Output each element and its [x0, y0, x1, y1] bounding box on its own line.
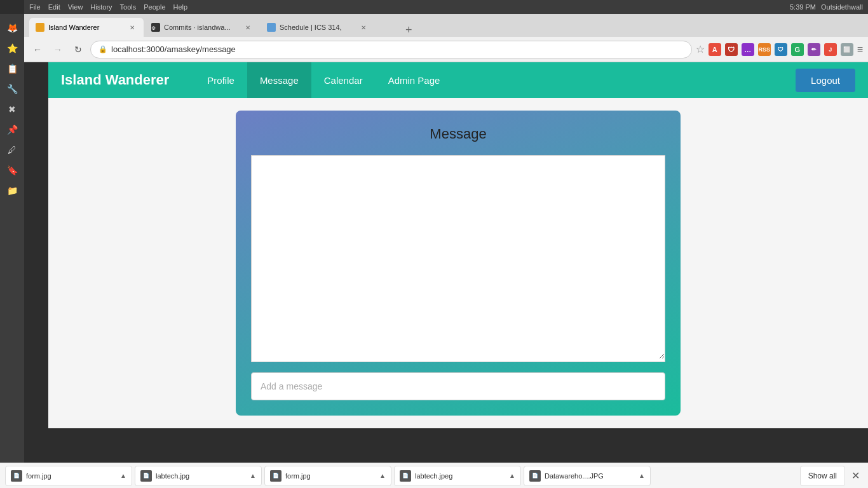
download-file-icon-2: 📄 — [140, 470, 152, 482]
ext-abp-icon[interactable]: A — [709, 43, 721, 56]
nav-link-admin[interactable]: Admin Page — [376, 62, 453, 98]
download-chevron-5[interactable]: ▲ — [639, 472, 645, 479]
tab-favicon-1 — [36, 23, 44, 32]
nav-link-calendar[interactable]: Calendar — [311, 62, 376, 98]
tab-favicon-2: ⚙ — [151, 23, 160, 32]
tab-empty — [376, 18, 402, 37]
menu-help[interactable]: Help — [173, 3, 188, 11]
tab-title-1: Island Wanderer — [48, 24, 123, 31]
tab-bar: Island Wanderer ✕ ⚙ Commits · islandwa..… — [24, 14, 868, 37]
download-file-icon-5: 📄 — [529, 470, 541, 482]
tab-island-wanderer[interactable]: Island Wanderer ✕ — [29, 18, 144, 37]
nav-forward-button[interactable]: → — [50, 41, 66, 58]
url-lock-icon: 🔒 — [98, 45, 107, 53]
download-name-4: labtech.jpeg — [415, 472, 505, 480]
bookmark-star-icon[interactable]: ☆ — [696, 43, 705, 55]
ff-icon-6[interactable]: 📌 — [3, 121, 21, 139]
message-textarea[interactable] — [252, 156, 665, 359]
ff-icon-9[interactable]: 📁 — [3, 182, 21, 200]
nav-link-message[interactable]: Message — [247, 62, 311, 98]
ext-shield-icon[interactable]: 🛡 — [775, 43, 787, 56]
new-tab-button[interactable]: + — [403, 24, 415, 37]
ff-icon-5[interactable]: ✖ — [3, 100, 21, 118]
tab-favicon-3 — [267, 23, 276, 32]
message-card-title: Message — [251, 126, 665, 142]
download-file-icon-3: 📄 — [270, 470, 281, 482]
download-name-3: form.jpg — [285, 472, 376, 480]
menu-edit[interactable]: Edit — [48, 3, 60, 11]
tab-close-3[interactable]: ✕ — [358, 22, 369, 32]
ext-dots-icon[interactable]: … — [742, 43, 754, 56]
os-time: 5:39 PM — [790, 3, 816, 11]
tab-close-1[interactable]: ✕ — [127, 22, 137, 32]
menu-history[interactable]: History — [90, 3, 112, 11]
tab-commits[interactable]: ⚙ Commits · islandwa... ✕ — [145, 18, 259, 37]
download-chevron-3[interactable]: ▲ — [379, 472, 386, 479]
show-all-button[interactable]: Show all — [800, 466, 845, 486]
nav-refresh-button[interactable]: ↻ — [70, 41, 86, 58]
download-item-5: 📄 Datawareho....JPG ▲ — [524, 466, 651, 486]
ff-icon-3[interactable]: 📋 — [3, 60, 21, 78]
download-file-icon-1: 📄 — [11, 470, 22, 482]
ext-green-icon[interactable]: G — [791, 43, 804, 56]
message-input[interactable] — [251, 372, 665, 400]
app-nav-links: Profile Message Calendar Admin Page — [194, 62, 796, 98]
nav-link-profile[interactable]: Profile — [194, 62, 247, 98]
logout-button[interactable]: Logout — [796, 69, 855, 92]
ff-icon-7[interactable]: 🖊 — [3, 141, 21, 159]
ext-rss-icon[interactable]: RSS — [758, 43, 771, 56]
download-chevron-2[interactable]: ▲ — [250, 472, 256, 479]
ext-puzzle-icon[interactable]: ⬜ — [841, 43, 853, 56]
ff-icon-1[interactable]: 🦊 — [3, 19, 21, 37]
browser-menu-button[interactable]: ≡ — [857, 44, 863, 55]
nav-back-button[interactable]: ← — [29, 41, 46, 58]
tab-close-2[interactable]: ✕ — [243, 22, 253, 32]
os-topbar-right: 5:39 PM Outsidethwall — [790, 3, 863, 11]
url-bar[interactable]: 🔒 localhost:3000/amaskey/message — [90, 41, 692, 58]
download-chevron-4[interactable]: ▲ — [509, 472, 515, 479]
download-name-2: labtech.jpg — [156, 472, 246, 480]
download-file-icon-4: 📄 — [400, 470, 411, 482]
browser-extensions: A 🛡 … RSS 🛡 G ✏ J ⬜ — [709, 43, 853, 56]
ff-icon-4[interactable]: 🔧 — [3, 80, 21, 98]
downloads-bar: 📄 form.jpg ▲ 📄 labtech.jpg ▲ 📄 form.jpg … — [0, 463, 868, 488]
menu-file[interactable]: File — [29, 3, 41, 11]
os-user: Outsidethwall — [821, 3, 863, 11]
os-topbar: File Edit View History Tools People Help… — [24, 0, 868, 14]
download-chevron-1[interactable]: ▲ — [120, 472, 126, 479]
ff-icon-2[interactable]: ⭐ — [3, 39, 21, 57]
url-text: localhost:3000/amaskey/message — [111, 44, 684, 54]
tab-schedule[interactable]: Schedule | ICS 314, ✕ — [261, 18, 375, 37]
download-item-1: 📄 form.jpg ▲ — [5, 466, 132, 486]
download-item-4: 📄 labtech.jpeg ▲ — [394, 466, 521, 486]
download-item-2: 📄 labtech.jpg ▲ — [135, 466, 262, 486]
ext-ff-icon[interactable]: 🛡 — [725, 43, 738, 56]
ext-jb-icon[interactable]: J — [824, 43, 837, 56]
ext-pen-icon[interactable]: ✏ — [808, 43, 820, 56]
ff-icon-8[interactable]: 🔖 — [3, 161, 21, 179]
close-downloads-button[interactable]: ✕ — [848, 468, 863, 484]
menu-people[interactable]: People — [144, 3, 165, 11]
address-bar: ← → ↻ 🔒 localhost:3000/amaskey/message ☆… — [24, 37, 868, 62]
firefox-sidebar: 🦊 ⭐ 📋 🔧 ✖ 📌 🖊 🔖 📁 — [0, 14, 24, 488]
os-topbar-menu: File Edit View History Tools People Help — [29, 3, 187, 11]
tab-title-2: Commits · islandwa... — [164, 24, 239, 31]
page-wrapper: Island Wanderer Profile Message Calendar… — [48, 62, 868, 488]
menu-tools[interactable]: Tools — [120, 3, 137, 11]
menu-view[interactable]: View — [68, 3, 83, 11]
message-textarea-wrapper — [251, 155, 665, 362]
message-card: Message — [236, 111, 681, 416]
app-navbar: Island Wanderer Profile Message Calendar… — [48, 62, 868, 98]
tab-title-3: Schedule | ICS 314, — [280, 24, 355, 31]
download-name-5: Datawareho....JPG — [545, 472, 635, 480]
download-name-1: form.jpg — [26, 472, 116, 480]
download-item-3: 📄 form.jpg ▲ — [264, 466, 391, 486]
main-content: Message — [48, 98, 868, 428]
app-brand: Island Wanderer — [61, 72, 169, 88]
